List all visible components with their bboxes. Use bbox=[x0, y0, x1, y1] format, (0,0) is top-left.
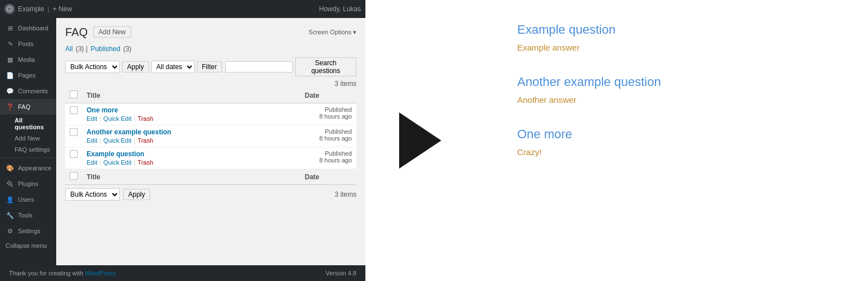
row-title-link-1[interactable]: Another example question bbox=[87, 128, 171, 136]
faq-answer-2: Crazy! bbox=[517, 147, 840, 157]
faq-item-1: Another example question Another answer bbox=[517, 75, 840, 105]
items-count-top: 3 items bbox=[65, 80, 356, 88]
topbar-left: Example | + New bbox=[4, 4, 315, 14]
row-checkbox-2[interactable] bbox=[70, 150, 78, 158]
items-count-bottom: 3 items bbox=[334, 191, 356, 198]
row-date-cell-1: Published 8 hours ago bbox=[300, 125, 356, 147]
row-title-cell-2: Example question Edit | Quick Edit | Tra… bbox=[82, 147, 300, 169]
sidebar-item-comments[interactable]: 💬 Comments bbox=[0, 83, 56, 99]
col-date-header[interactable]: Date bbox=[300, 88, 356, 103]
row-quick-edit-link-0[interactable]: Quick Edit bbox=[103, 115, 132, 122]
tablenav-left: Bulk Actions Apply All dates Filter bbox=[65, 61, 222, 73]
site-name: Example bbox=[18, 5, 44, 13]
sidebar-divider bbox=[0, 157, 56, 158]
col-checkbox bbox=[65, 88, 82, 103]
faq-answer-0: Example answer bbox=[517, 43, 840, 52]
row-title-link-0[interactable]: One more bbox=[87, 106, 118, 114]
row-checkbox-0[interactable] bbox=[70, 106, 78, 114]
row-quick-edit-link-1[interactable]: Quick Edit bbox=[103, 137, 132, 144]
sidebar-sub-add-new[interactable]: Add New bbox=[0, 133, 56, 144]
sidebar-plugins-label: Plugins bbox=[18, 180, 38, 187]
sidebar-sub-all-questions[interactable]: All questions bbox=[0, 115, 56, 133]
footer-wp-link[interactable]: WordPress bbox=[85, 270, 115, 277]
sidebar-item-appearance[interactable]: 🎨 Appearance bbox=[0, 160, 56, 176]
sidebar-item-posts[interactable]: ✎ Posts bbox=[0, 36, 56, 52]
row-checkbox-1[interactable] bbox=[70, 128, 78, 136]
faq-table: Title Date One more Edit | Quick Edit | … bbox=[65, 88, 356, 185]
faq-answer-1: Another answer bbox=[517, 95, 840, 105]
topbar-greeting: Howdy, Lukas bbox=[319, 5, 361, 13]
pages-icon: 📄 bbox=[6, 71, 15, 80]
bulk-actions-select[interactable]: Bulk Actions bbox=[65, 61, 120, 73]
row-date-2: 8 hours ago bbox=[319, 157, 352, 164]
faq-question-2: One more bbox=[517, 127, 840, 142]
search-questions-button[interactable]: Search questions bbox=[295, 57, 356, 76]
row-edit-link-2[interactable]: Edit bbox=[87, 159, 97, 166]
apply-bottom-button[interactable]: Apply bbox=[123, 189, 150, 200]
row-trash-link-2[interactable]: Trash bbox=[138, 159, 153, 166]
footer-select-all-checkbox[interactable] bbox=[70, 172, 78, 180]
row-actions-2: Edit | Quick Edit | Trash bbox=[87, 159, 296, 166]
tools-icon: 🔧 bbox=[6, 211, 15, 220]
row-title-link-2[interactable]: Example question bbox=[87, 150, 144, 158]
subsubsub-published-link[interactable]: Published bbox=[91, 45, 120, 53]
row-quick-edit-link-2[interactable]: Quick Edit bbox=[103, 159, 132, 166]
subsubsub-all-link[interactable]: All bbox=[65, 45, 73, 53]
wp-logo-inner bbox=[7, 6, 12, 12]
subsubsub-published-count: (3) bbox=[121, 45, 132, 53]
screen-options-chevron: ▾ bbox=[353, 29, 356, 35]
arrow-chevron-icon bbox=[391, 104, 464, 177]
faq-display-list: Example question Example answer Another … bbox=[517, 22, 840, 179]
row-title-cell-1: Another example question Edit | Quick Ed… bbox=[82, 125, 300, 147]
filter-button[interactable]: Filter bbox=[197, 61, 222, 72]
wp-footer: Thank you for creating with WordPress Ve… bbox=[0, 265, 365, 281]
sidebar-comments-label: Comments bbox=[18, 88, 48, 94]
screen-options-label: Screen Options bbox=[309, 29, 351, 35]
sidebar-item-settings[interactable]: ⚙ Settings bbox=[0, 223, 56, 239]
collapse-menu-button[interactable]: Collapse menu bbox=[0, 239, 56, 252]
wp-logo-icon bbox=[4, 4, 15, 14]
footer-date-col: Date bbox=[300, 169, 356, 185]
row-trash-link-1[interactable]: Trash bbox=[138, 137, 153, 144]
sidebar-item-plugins[interactable]: 🔌 Plugins bbox=[0, 176, 56, 192]
row-date-cell-2: Published 8 hours ago bbox=[300, 147, 356, 169]
table-body: One more Edit | Quick Edit | Trash Publi… bbox=[65, 103, 356, 169]
posts-icon: ✎ bbox=[6, 39, 15, 48]
wordpress-admin-panel: Example | + New Howdy, Lukas ⊞ Dashboard… bbox=[0, 0, 365, 281]
sidebar-item-tools[interactable]: 🔧 Tools bbox=[0, 207, 56, 223]
tablenav-bottom: Bulk Actions Apply 3 items bbox=[65, 188, 356, 201]
add-new-button[interactable]: Add New bbox=[93, 26, 131, 38]
screen-options-button[interactable]: Screen Options ▾ bbox=[309, 29, 356, 36]
sidebar-item-media[interactable]: ▦ Media bbox=[0, 52, 56, 67]
sidebar-appearance-label: Appearance bbox=[18, 165, 51, 171]
search-input[interactable] bbox=[225, 61, 293, 72]
faq-item-2: One more Crazy! bbox=[517, 127, 840, 157]
table-row: Example question Edit | Quick Edit | Tra… bbox=[65, 147, 356, 169]
sidebar-item-pages[interactable]: 📄 Pages bbox=[0, 67, 56, 83]
tablenav-top: Bulk Actions Apply All dates Filter Sear… bbox=[65, 57, 356, 76]
right-panel: Example question Example answer Another … bbox=[489, 0, 868, 281]
sidebar-settings-label: Settings bbox=[18, 228, 40, 234]
row-status-2: Published bbox=[325, 150, 352, 157]
sidebar-item-users[interactable]: 👤 Users bbox=[0, 192, 56, 207]
dates-select[interactable]: All dates bbox=[151, 61, 195, 73]
sidebar-item-faq[interactable]: ❓ FAQ bbox=[0, 99, 56, 115]
row-checkbox-cell-0 bbox=[65, 103, 82, 125]
page-title: FAQ bbox=[65, 25, 88, 39]
sidebar-tools-label: Tools bbox=[18, 212, 33, 219]
bulk-actions-bottom-select[interactable]: Bulk Actions bbox=[65, 188, 120, 201]
row-date-0: 8 hours ago bbox=[319, 113, 352, 120]
apply-button[interactable]: Apply bbox=[122, 61, 149, 72]
col-title-header[interactable]: Title bbox=[82, 88, 300, 103]
sidebar-item-dashboard[interactable]: ⊞ Dashboard bbox=[0, 20, 56, 36]
sidebar-sub-faq-settings[interactable]: FAQ settings bbox=[0, 144, 56, 155]
media-icon: ▦ bbox=[6, 55, 15, 64]
wp-content-area: FAQ Add New Screen Options ▾ All (3) | P… bbox=[56, 18, 365, 265]
table-row: One more Edit | Quick Edit | Trash Publi… bbox=[65, 103, 356, 125]
row-edit-link-1[interactable]: Edit bbox=[87, 137, 97, 144]
row-edit-link-0[interactable]: Edit bbox=[87, 115, 97, 122]
row-date-cell-0: Published 8 hours ago bbox=[300, 103, 356, 125]
row-trash-link-0[interactable]: Trash bbox=[138, 115, 153, 122]
new-item-button[interactable]: + New bbox=[53, 5, 72, 13]
select-all-checkbox[interactable] bbox=[70, 90, 78, 98]
